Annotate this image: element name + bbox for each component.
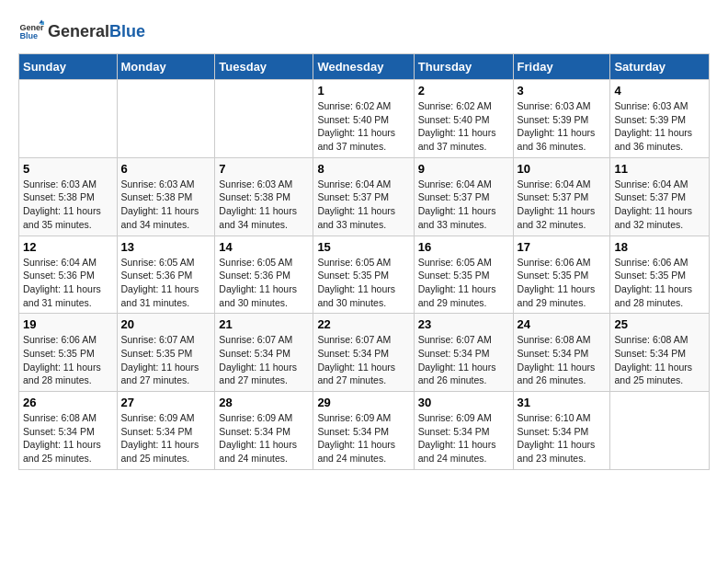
day-cell: 12Sunrise: 6:04 AM Sunset: 5:36 PM Dayli… (19, 236, 118, 314)
day-info: Sunrise: 6:05 AM Sunset: 5:35 PM Dayligh… (317, 256, 409, 310)
day-number: 4 (614, 84, 705, 98)
day-number: 21 (219, 317, 309, 331)
day-info: Sunrise: 6:09 AM Sunset: 5:34 PM Dayligh… (317, 411, 409, 465)
day-cell: 17Sunrise: 6:06 AM Sunset: 5:35 PM Dayli… (513, 236, 610, 314)
day-info: Sunrise: 6:07 AM Sunset: 5:34 PM Dayligh… (418, 333, 509, 387)
day-number: 29 (317, 396, 409, 409)
day-number: 14 (219, 240, 309, 254)
day-cell: 22Sunrise: 6:07 AM Sunset: 5:34 PM Dayli… (313, 314, 414, 392)
day-cell (19, 80, 118, 158)
day-cell: 20Sunrise: 6:07 AM Sunset: 5:35 PM Dayli… (117, 314, 215, 392)
day-number: 16 (418, 240, 509, 254)
header-cell-sunday: Sunday (19, 54, 118, 80)
svg-text:Blue: Blue (19, 31, 38, 40)
week-row-2: 5Sunrise: 6:03 AM Sunset: 5:38 PM Daylig… (19, 157, 710, 236)
logo-general: General (48, 22, 109, 40)
day-cell: 30Sunrise: 6:09 AM Sunset: 5:34 PM Dayli… (414, 392, 513, 470)
day-info: Sunrise: 6:03 AM Sunset: 5:38 PM Dayligh… (121, 178, 211, 232)
day-info: Sunrise: 6:04 AM Sunset: 5:37 PM Dayligh… (418, 178, 509, 232)
day-number: 7 (219, 162, 309, 176)
header-cell-saturday: Saturday (610, 54, 710, 80)
svg-text:General: General (19, 23, 44, 32)
week-row-4: 19Sunrise: 6:06 AM Sunset: 5:35 PM Dayli… (19, 314, 710, 392)
day-cell (215, 80, 313, 158)
header-cell-wednesday: Wednesday (313, 54, 414, 80)
day-number: 22 (317, 317, 409, 331)
day-cell: 9Sunrise: 6:04 AM Sunset: 5:37 PM Daylig… (414, 157, 513, 236)
day-number: 1 (317, 84, 409, 98)
day-cell: 28Sunrise: 6:09 AM Sunset: 5:34 PM Dayli… (215, 392, 313, 470)
day-info: Sunrise: 6:08 AM Sunset: 5:34 PM Dayligh… (518, 333, 607, 387)
day-info: Sunrise: 6:02 AM Sunset: 5:40 PM Dayligh… (418, 99, 509, 154)
day-info: Sunrise: 6:03 AM Sunset: 5:39 PM Dayligh… (518, 99, 607, 154)
day-info: Sunrise: 6:06 AM Sunset: 5:35 PM Dayligh… (23, 333, 113, 387)
day-info: Sunrise: 6:03 AM Sunset: 5:38 PM Dayligh… (23, 178, 113, 232)
day-cell: 7Sunrise: 6:03 AM Sunset: 5:38 PM Daylig… (215, 157, 313, 236)
day-number: 5 (23, 162, 113, 176)
day-cell: 14Sunrise: 6:05 AM Sunset: 5:36 PM Dayli… (215, 236, 313, 314)
week-row-1: 1Sunrise: 6:02 AM Sunset: 5:40 PM Daylig… (19, 80, 710, 158)
day-info: Sunrise: 6:04 AM Sunset: 5:37 PM Dayligh… (317, 178, 409, 232)
day-info: Sunrise: 6:08 AM Sunset: 5:34 PM Dayligh… (23, 411, 113, 465)
day-info: Sunrise: 6:09 AM Sunset: 5:34 PM Dayligh… (219, 411, 309, 465)
header-cell-tuesday: Tuesday (215, 54, 313, 80)
day-info: Sunrise: 6:04 AM Sunset: 5:36 PM Dayligh… (23, 256, 113, 310)
day-number: 15 (317, 240, 409, 254)
day-number: 23 (418, 317, 509, 331)
day-info: Sunrise: 6:07 AM Sunset: 5:34 PM Dayligh… (317, 333, 409, 387)
header-cell-thursday: Thursday (414, 54, 513, 80)
week-row-5: 26Sunrise: 6:08 AM Sunset: 5:34 PM Dayli… (19, 392, 710, 470)
day-cell: 31Sunrise: 6:10 AM Sunset: 5:34 PM Dayli… (513, 392, 610, 470)
day-number: 17 (518, 240, 607, 254)
day-cell: 16Sunrise: 6:05 AM Sunset: 5:35 PM Dayli… (414, 236, 513, 314)
day-number: 13 (121, 240, 211, 254)
day-cell: 1Sunrise: 6:02 AM Sunset: 5:40 PM Daylig… (313, 80, 414, 158)
day-cell: 24Sunrise: 6:08 AM Sunset: 5:34 PM Dayli… (513, 314, 610, 392)
day-cell: 10Sunrise: 6:04 AM Sunset: 5:37 PM Dayli… (513, 157, 610, 236)
day-number: 27 (121, 396, 211, 409)
day-cell: 26Sunrise: 6:08 AM Sunset: 5:34 PM Dayli… (19, 392, 118, 470)
day-info: Sunrise: 6:07 AM Sunset: 5:35 PM Dayligh… (121, 333, 211, 387)
day-info: Sunrise: 6:08 AM Sunset: 5:34 PM Dayligh… (614, 333, 705, 387)
day-number: 6 (121, 162, 211, 176)
day-cell: 11Sunrise: 6:04 AM Sunset: 5:37 PM Dayli… (610, 157, 710, 236)
day-cell: 8Sunrise: 6:04 AM Sunset: 5:37 PM Daylig… (313, 157, 414, 236)
day-info: Sunrise: 6:04 AM Sunset: 5:37 PM Dayligh… (614, 178, 705, 232)
day-info: Sunrise: 6:06 AM Sunset: 5:35 PM Dayligh… (518, 256, 607, 310)
day-number: 11 (614, 162, 705, 176)
day-info: Sunrise: 6:02 AM Sunset: 5:40 PM Dayligh… (317, 99, 409, 154)
day-cell (117, 80, 215, 158)
day-info: Sunrise: 6:05 AM Sunset: 5:36 PM Dayligh… (121, 256, 211, 310)
day-cell (610, 392, 710, 470)
day-info: Sunrise: 6:03 AM Sunset: 5:39 PM Dayligh… (614, 99, 705, 154)
day-info: Sunrise: 6:09 AM Sunset: 5:34 PM Dayligh… (121, 411, 211, 465)
day-info: Sunrise: 6:10 AM Sunset: 5:34 PM Dayligh… (518, 411, 607, 465)
day-info: Sunrise: 6:05 AM Sunset: 5:35 PM Dayligh… (418, 256, 509, 310)
header-cell-monday: Monday (117, 54, 215, 80)
logo: General Blue GeneralBlue (18, 18, 145, 44)
day-number: 8 (317, 162, 409, 176)
day-cell: 27Sunrise: 6:09 AM Sunset: 5:34 PM Dayli… (117, 392, 215, 470)
day-cell: 13Sunrise: 6:05 AM Sunset: 5:36 PM Dayli… (117, 236, 215, 314)
day-cell: 5Sunrise: 6:03 AM Sunset: 5:38 PM Daylig… (19, 157, 118, 236)
day-number: 12 (23, 240, 113, 254)
day-info: Sunrise: 6:04 AM Sunset: 5:37 PM Dayligh… (518, 178, 607, 232)
day-cell: 23Sunrise: 6:07 AM Sunset: 5:34 PM Dayli… (414, 314, 513, 392)
day-cell: 29Sunrise: 6:09 AM Sunset: 5:34 PM Dayli… (313, 392, 414, 470)
day-number: 31 (518, 396, 607, 409)
day-number: 25 (614, 317, 705, 331)
day-cell: 2Sunrise: 6:02 AM Sunset: 5:40 PM Daylig… (414, 80, 513, 158)
day-number: 24 (518, 317, 607, 331)
day-info: Sunrise: 6:06 AM Sunset: 5:35 PM Dayligh… (614, 256, 705, 310)
day-number: 18 (614, 240, 705, 254)
logo-icon: General Blue (18, 18, 44, 44)
day-info: Sunrise: 6:07 AM Sunset: 5:34 PM Dayligh… (219, 333, 309, 387)
day-number: 20 (121, 317, 211, 331)
day-cell: 18Sunrise: 6:06 AM Sunset: 5:35 PM Dayli… (610, 236, 710, 314)
day-info: Sunrise: 6:03 AM Sunset: 5:38 PM Dayligh… (219, 178, 309, 232)
day-number: 3 (518, 84, 607, 98)
week-row-3: 12Sunrise: 6:04 AM Sunset: 5:36 PM Dayli… (19, 236, 710, 314)
calendar-table: SundayMondayTuesdayWednesdayThursdayFrid… (18, 53, 710, 470)
day-cell: 15Sunrise: 6:05 AM Sunset: 5:35 PM Dayli… (313, 236, 414, 314)
logo-blue: Blue (109, 22, 145, 40)
